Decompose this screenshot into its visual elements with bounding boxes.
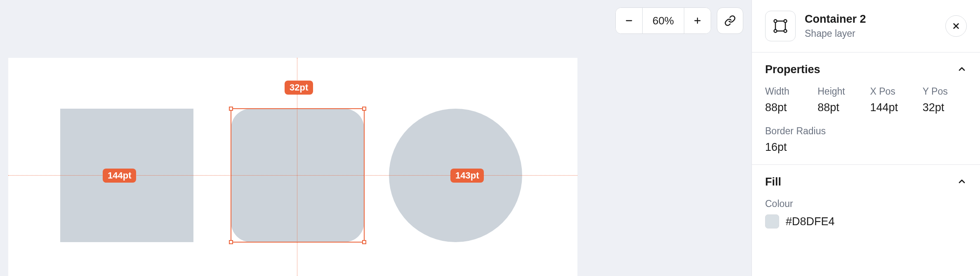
section-header[interactable]: Fill [765, 176, 967, 188]
property-value: 144pt [870, 101, 914, 114]
chevron-up-icon [957, 176, 967, 186]
property-value: 32pt [923, 101, 967, 114]
chevron-up-icon [957, 64, 967, 74]
colour-label: Colour [765, 198, 967, 209]
property-border-radius[interactable]: Border Radius 16pt [765, 126, 967, 154]
svg-point-6 [774, 30, 777, 33]
layer-title: Container 2 [805, 13, 936, 26]
property-width[interactable]: Width 88pt [765, 86, 809, 114]
inspector-panel: Container 2 Shape layer Properties Width… [751, 0, 980, 276]
artboard[interactable]: 32pt 144pt 143pt [8, 58, 577, 276]
svg-point-4 [774, 20, 777, 23]
property-grid: Width 88pt Height 88pt X Pos 144pt Y Pos… [765, 86, 967, 114]
inspector-header: Container 2 Shape layer [752, 0, 980, 52]
property-height[interactable]: Height 88pt [817, 86, 862, 114]
fill-colour[interactable]: Colour #D8DFE4 [765, 198, 967, 228]
property-label: Y Pos [923, 86, 967, 97]
property-value: 88pt [765, 101, 809, 114]
layer-icon-box [765, 11, 796, 41]
property-value: 88pt [817, 101, 862, 114]
color-hex: #D8DFE4 [786, 215, 835, 228]
zoom-level[interactable]: 60% [643, 14, 684, 27]
layer-type: Shape layer [805, 28, 936, 39]
canvas-toolbar: 60% [615, 7, 743, 34]
plus-icon [693, 16, 702, 25]
svg-rect-3 [775, 21, 785, 31]
fill-section: Fill Colour #D8DFE4 [752, 165, 980, 239]
resize-handle-br[interactable] [362, 240, 366, 244]
measurement-left: 144pt [103, 169, 136, 183]
property-label: X Pos [870, 86, 914, 97]
close-icon [952, 21, 961, 31]
measurement-top: 32pt [285, 81, 313, 95]
color-swatch[interactable] [765, 214, 779, 228]
guide-horizontal [8, 175, 577, 176]
property-value: 16pt [765, 141, 967, 154]
resize-handle-tr[interactable] [362, 107, 366, 111]
link-button[interactable] [717, 7, 743, 34]
property-xpos[interactable]: X Pos 144pt [870, 86, 914, 114]
zoom-in-button[interactable] [684, 8, 711, 33]
section-title: Properties [765, 63, 820, 76]
canvas-area[interactable]: 60% 32pt 144pt 143pt [0, 0, 751, 276]
shape-layer-icon [772, 18, 789, 34]
property-label: Height [817, 86, 862, 97]
measurement-right: 143pt [450, 169, 484, 183]
layer-info: Container 2 Shape layer [805, 13, 936, 39]
resize-handle-bl[interactable] [229, 240, 233, 244]
properties-section: Properties Width 88pt Height 88pt X Pos … [752, 52, 980, 164]
svg-point-7 [784, 30, 787, 33]
zoom-out-button[interactable] [616, 8, 642, 33]
section-header[interactable]: Properties [765, 63, 967, 76]
close-button[interactable] [945, 15, 967, 37]
property-label: Width [765, 86, 809, 97]
property-label: Border Radius [765, 126, 967, 137]
link-icon [724, 15, 736, 26]
property-ypos[interactable]: Y Pos 32pt [923, 86, 967, 114]
zoom-control: 60% [615, 7, 711, 34]
svg-point-5 [784, 20, 787, 23]
collapse-toggle[interactable] [957, 176, 967, 188]
minus-icon [624, 16, 634, 25]
collapse-toggle[interactable] [957, 64, 967, 76]
colour-value-row: #D8DFE4 [765, 214, 967, 228]
resize-handle-tl[interactable] [229, 107, 233, 111]
section-title: Fill [765, 176, 781, 188]
